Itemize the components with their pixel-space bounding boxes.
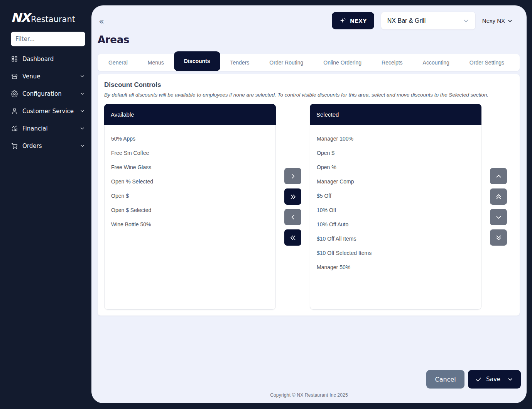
tab-order-routing[interactable]: Order Routing xyxy=(259,54,313,71)
tab-tenders[interactable]: Tenders xyxy=(220,54,260,71)
sidebar-item-financial[interactable]: Financial xyxy=(11,120,85,137)
chevron-down-icon xyxy=(507,376,513,383)
tab-accounting[interactable]: Accounting xyxy=(413,54,459,71)
topbar: NEXY NX Bar & Grill Nexy NX xyxy=(332,12,513,30)
tab-receipts[interactable]: Receipts xyxy=(372,54,412,71)
list-item[interactable]: Open $ xyxy=(105,188,275,203)
move-all-right-button[interactable] xyxy=(284,188,301,205)
nexy-button[interactable]: NEXY xyxy=(332,12,374,29)
chevron-up-icon xyxy=(495,173,502,180)
chevron-down-icon xyxy=(79,143,85,149)
copyright-text: Copyright © NX Restaurant Inc 2025 xyxy=(91,392,527,398)
list-item[interactable]: Wine Bottle 50% xyxy=(105,217,275,231)
user-menu-label: Nexy NX xyxy=(482,17,505,24)
move-down-button[interactable] xyxy=(490,209,507,225)
move-to-bottom-button[interactable] xyxy=(490,229,507,246)
sidebar-item-venue[interactable]: Venue xyxy=(11,68,85,85)
list-item[interactable]: 50% Apps xyxy=(105,131,275,146)
discount-transfer-row: Available 50% Apps Free Sm Coffee Free W… xyxy=(104,104,513,310)
available-listbox: Available 50% Apps Free Sm Coffee Free W… xyxy=(104,104,276,310)
sidebar-item-orders[interactable]: Orders xyxy=(11,137,85,154)
save-button-label: Save xyxy=(486,376,500,383)
chevron-right-icon xyxy=(290,173,296,180)
filter-input[interactable] xyxy=(11,32,85,46)
tab-menus[interactable]: Menus xyxy=(138,54,174,71)
chevron-down-icon xyxy=(79,108,85,114)
venue-select[interactable]: NX Bar & Grill xyxy=(381,12,476,30)
gear-icon xyxy=(11,90,18,97)
list-item[interactable]: 10% Off Auto xyxy=(310,217,481,231)
venue-icon xyxy=(11,73,18,80)
list-item[interactable]: Free Wine Glass xyxy=(105,160,275,174)
sidebar-item-label: Orders xyxy=(22,143,42,149)
tab-online-ordering[interactable]: Online Ordering xyxy=(313,54,372,71)
list-item[interactable]: Manager Comp xyxy=(310,174,481,188)
tab-general[interactable]: General xyxy=(98,54,138,71)
brand-logo: NX Restaurant xyxy=(11,10,85,27)
chevron-left-icon xyxy=(290,214,296,221)
sidebar-item-configuration[interactable]: Configuration xyxy=(11,85,85,102)
list-item[interactable]: $10 Off Selected Items xyxy=(310,246,481,260)
section-description: By default all discounts will be availab… xyxy=(104,92,513,98)
list-item[interactable]: Open $ xyxy=(310,146,481,160)
footer-actions: Cancel Save xyxy=(426,370,521,389)
chevron-down-icon xyxy=(507,17,513,24)
nexy-button-label: NEXY xyxy=(350,18,367,24)
transfer-buttons xyxy=(284,104,301,310)
sidebar: NX Restaurant Dashboard Venue xyxy=(0,0,91,409)
double-chevron-left-icon xyxy=(290,234,296,241)
brand-logo-restaurant: Restaurant xyxy=(31,15,75,24)
selected-listbox-header: Selected xyxy=(310,104,481,125)
save-button[interactable]: Save xyxy=(468,370,521,389)
selected-listbox: Selected Manager 100% Open $ Open % Mana… xyxy=(310,104,481,310)
sidebar-item-label: Venue xyxy=(22,73,41,80)
available-listbox-header: Available xyxy=(104,104,276,125)
sidebar-item-customer-service[interactable]: Customer Service xyxy=(11,102,85,120)
tab-discounts[interactable]: Discounts xyxy=(174,51,220,71)
dashboard-icon xyxy=(11,55,18,63)
financial-chart-icon xyxy=(11,125,18,132)
move-right-button[interactable] xyxy=(284,168,301,184)
list-item[interactable]: Open % Selected xyxy=(105,174,275,188)
list-item[interactable]: 10% Off xyxy=(310,203,481,217)
list-item[interactable]: Manager 100% xyxy=(310,131,481,146)
customer-service-icon xyxy=(11,107,18,115)
main-panel: « NEXY NX Bar & Grill Nexy NX Areas Gene… xyxy=(91,5,527,403)
double-chevron-down-icon xyxy=(495,234,502,241)
user-menu[interactable]: Nexy NX xyxy=(482,17,513,24)
list-item[interactable]: $10 Off All Items xyxy=(310,231,481,246)
sidebar-collapse-button[interactable]: « xyxy=(98,16,105,27)
sidebar-nav: Dashboard Venue Configuration xyxy=(11,50,85,154)
sidebar-item-label: Dashboard xyxy=(22,56,54,63)
move-to-top-button[interactable] xyxy=(490,188,507,205)
list-item[interactable]: Open $ Selected xyxy=(105,203,275,217)
move-up-button[interactable] xyxy=(490,168,507,184)
sidebar-item-dashboard[interactable]: Dashboard xyxy=(11,50,85,68)
list-item[interactable]: Manager 50% xyxy=(310,260,481,274)
move-all-left-button[interactable] xyxy=(284,229,301,246)
brand-logo-nx: NX xyxy=(11,10,30,25)
chevron-down-icon xyxy=(79,126,85,131)
chevron-down-icon xyxy=(79,91,85,97)
list-item[interactable]: Open % xyxy=(310,160,481,174)
double-chevron-right-icon xyxy=(290,193,296,200)
move-left-button[interactable] xyxy=(284,209,301,225)
available-listbox-body: 50% Apps Free Sm Coffee Free Wine Glass … xyxy=(104,125,276,310)
discount-controls-card: Discount Controls By default all discoun… xyxy=(98,74,520,316)
selected-listbox-body: Manager 100% Open $ Open % Manager Comp … xyxy=(310,125,481,310)
section-title: Discount Controls xyxy=(104,81,513,89)
chevron-down-icon xyxy=(462,17,470,25)
double-chevron-up-icon xyxy=(495,193,502,200)
sidebar-item-label: Customer Service xyxy=(22,108,74,115)
cancel-button[interactable]: Cancel xyxy=(426,370,464,389)
sparkle-icon xyxy=(339,17,346,24)
tab-order-settings[interactable]: Order Settings xyxy=(459,54,514,71)
sidebar-item-label: Configuration xyxy=(22,90,62,97)
check-icon xyxy=(475,376,482,383)
sidebar-item-label: Financial xyxy=(22,125,48,132)
order-buttons xyxy=(490,104,507,310)
cart-icon xyxy=(11,142,18,149)
venue-select-value: NX Bar & Grill xyxy=(387,17,426,24)
list-item[interactable]: Free Sm Coffee xyxy=(105,146,275,160)
list-item[interactable]: $5 Off xyxy=(310,188,481,203)
